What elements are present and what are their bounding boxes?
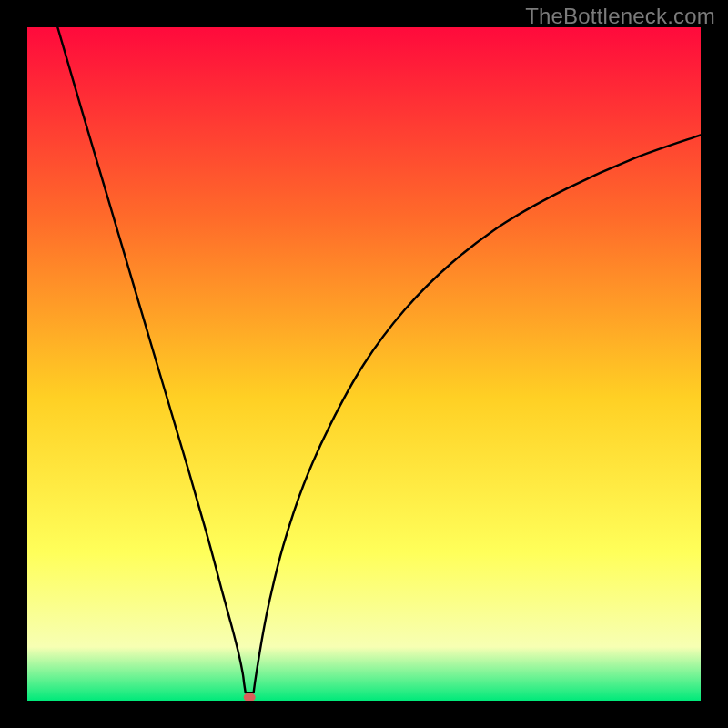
bottleneck-chart [27, 27, 701, 701]
watermark-text: TheBottleneck.com [525, 4, 715, 29]
chart-frame: TheBottleneck.com [0, 0, 728, 728]
plot-area [27, 27, 701, 701]
